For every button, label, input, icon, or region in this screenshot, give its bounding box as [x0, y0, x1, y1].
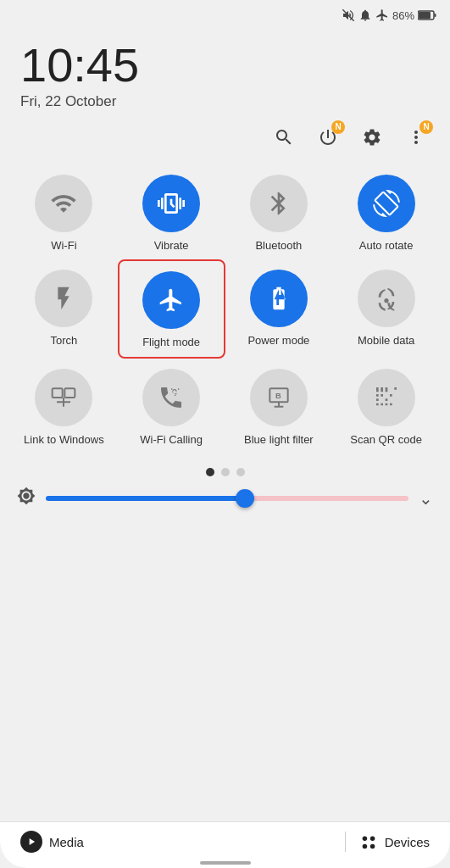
page-dots — [0, 461, 450, 480]
home-indicator — [200, 861, 251, 865]
time-section: 10:45 Fri, 22 October — [0, 25, 450, 117]
wifi-tile-icon — [35, 175, 92, 232]
autorotate-tile-icon — [358, 175, 415, 232]
svg-text:B: B — [275, 392, 281, 401]
tile-bluelightfilter[interactable]: B Blue light filter — [225, 359, 333, 454]
mobiledata-label: Mobile data — [358, 334, 414, 348]
dot-3[interactable] — [236, 468, 245, 476]
brightness-expand-button[interactable]: ⌄ — [419, 488, 433, 509]
scanqr-tile-icon — [358, 369, 415, 426]
vibrate-tile-icon — [142, 175, 200, 232]
tile-powermode[interactable]: Power mode — [225, 259, 333, 359]
devices-label: Devices — [385, 835, 430, 849]
media-button[interactable]: Media — [20, 831, 331, 853]
torch-label: Torch — [50, 334, 77, 348]
bluetooth-tile-icon — [250, 175, 308, 232]
svg-rect-4 — [53, 389, 63, 398]
battery-text: 86% — [392, 9, 414, 22]
brightness-slider[interactable] — [46, 496, 408, 501]
status-icons: 86% — [342, 8, 436, 22]
linktowindows-label: Link to Windows — [24, 433, 104, 448]
bottom-divider — [345, 832, 346, 852]
quick-tiles-grid: Wi-Fi Vibrate Bluetooth Auto rotate — [0, 158, 450, 462]
brightness-thumb[interactable] — [236, 489, 254, 508]
svg-point-9 — [369, 837, 375, 842]
flightmode-label: Flight mode — [142, 336, 200, 350]
wifi-label: Wi-Fi — [51, 239, 76, 253]
more-options-badge: N — [419, 120, 433, 134]
torch-tile-icon — [35, 270, 92, 327]
svg-rect-5 — [65, 389, 75, 398]
tile-wificalling[interactable]: Wi-Fi Calling — [118, 359, 225, 454]
flightmode-tile-icon — [142, 271, 200, 329]
svg-rect-2 — [419, 12, 431, 19]
notification-icon — [358, 8, 372, 22]
tile-flightmode[interactable]: Flight mode — [118, 259, 225, 359]
media-label: Media — [49, 835, 84, 849]
linktowindows-tile-icon — [35, 369, 92, 426]
tile-vibrate[interactable]: Vibrate — [118, 164, 225, 260]
tile-torch[interactable]: Torch — [10, 259, 118, 359]
search-button[interactable] — [270, 124, 297, 151]
power-menu-badge: N — [331, 120, 345, 134]
airplane-status-icon — [375, 8, 389, 22]
svg-point-10 — [362, 844, 367, 849]
bluelightfilter-tile-icon: B — [250, 369, 308, 426]
power-menu-button[interactable]: N — [314, 124, 342, 151]
date-display: Fri, 22 October — [20, 93, 430, 110]
tile-scanqr[interactable]: Scan QR code — [332, 359, 440, 454]
bluelightfilter-label: Blue light filter — [244, 433, 314, 448]
tile-autorotate[interactable]: Auto rotate — [332, 164, 440, 260]
top-action-bar: N N — [0, 117, 450, 158]
time-display: 10:45 — [20, 39, 430, 92]
settings-button[interactable] — [358, 124, 386, 151]
powermode-label: Power mode — [247, 334, 309, 348]
powermode-tile-icon — [250, 270, 308, 327]
svg-point-11 — [369, 844, 375, 849]
svg-rect-3 — [435, 14, 436, 17]
tile-bluetooth[interactable]: Bluetooth — [225, 164, 333, 260]
tile-wifi[interactable]: Wi-Fi — [10, 164, 118, 260]
autorotate-label: Auto rotate — [359, 239, 414, 253]
vibrate-label: Vibrate — [154, 239, 189, 253]
scanqr-label: Scan QR code — [350, 433, 422, 448]
more-options-button[interactable]: N — [403, 124, 430, 151]
devices-button[interactable]: Devices — [359, 832, 430, 851]
bluetooth-label: Bluetooth — [255, 239, 302, 253]
svg-point-8 — [362, 837, 367, 842]
battery-icon — [418, 10, 436, 20]
dot-2[interactable] — [221, 468, 230, 476]
dot-1[interactable] — [206, 468, 214, 476]
tile-mobiledata[interactable]: Mobile data — [332, 259, 440, 359]
mobiledata-tile-icon — [358, 270, 415, 327]
tile-linktowindows[interactable]: Link to Windows — [10, 359, 118, 454]
wificalling-tile-icon — [142, 369, 200, 426]
mute-icon — [342, 8, 355, 22]
play-icon — [20, 831, 42, 853]
wificalling-label: Wi-Fi Calling — [140, 433, 203, 448]
brightness-row: ⌄ — [0, 480, 450, 516]
brightness-icon — [17, 487, 36, 509]
status-bar: 86% — [0, 0, 450, 25]
